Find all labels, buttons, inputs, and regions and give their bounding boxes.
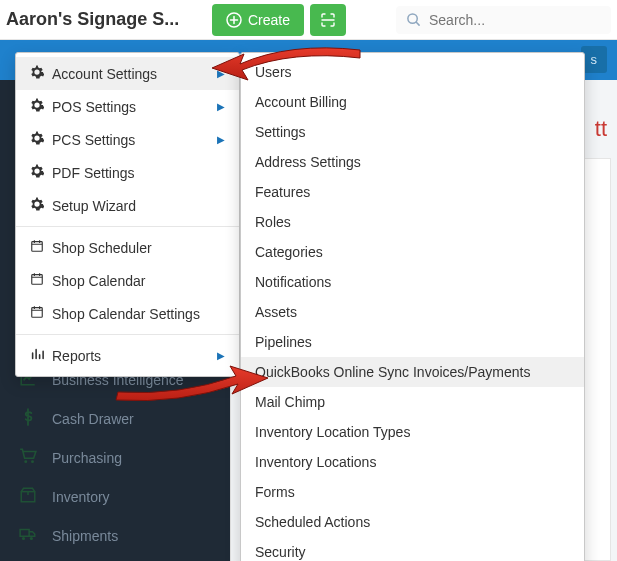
submenu-item-forms[interactable]: Forms [241,477,584,507]
plus-circle-icon [226,12,242,28]
topbar: Aaron's Signage S... Create [0,0,617,40]
gear-icon [30,131,44,148]
submenu-item-label: Mail Chimp [255,394,325,410]
submenu-item-label: Pipelines [255,334,312,350]
calendar-icon [30,305,44,322]
submenu-item-label: QuickBooks Online Sync Invoices/Payments [255,364,530,380]
menu-item-label: POS Settings [52,99,136,115]
menu-item-shop-calendar-settings[interactable]: Shop Calendar Settings [16,297,239,330]
bars-icon [30,347,44,364]
gear-icon [30,197,44,214]
chevron-right-icon: ▶ [217,134,225,145]
sidebar-item-inventory[interactable]: Inventory [0,477,230,516]
menu-item-label: PCS Settings [52,132,135,148]
menu-item-label: Account Settings [52,66,157,82]
submenu-item-label: Scheduled Actions [255,514,370,530]
submenu-item-account-billing[interactable]: Account Billing [241,87,584,117]
menu-item-label: Shop Calendar [52,273,145,289]
submenu-item-label: Inventory Locations [255,454,376,470]
sidebar-item-label: Cash Drawer [52,411,134,427]
submenu-item-categories[interactable]: Categories [241,237,584,267]
menu-item-label: Reports [52,348,101,364]
submenu-item-label: Security [255,544,306,560]
sidebar-item-cash-drawer[interactable]: Cash Drawer [0,399,230,438]
calendar-icon [30,272,44,289]
submenu-item-label: Assets [255,304,297,320]
submenu-item-pipelines[interactable]: Pipelines [241,327,584,357]
sidebar-item-label: Inventory [52,489,110,505]
menu-item-setup-wizard[interactable]: Setup Wizard [16,189,239,222]
submenu-item-roles[interactable]: Roles [241,207,584,237]
search-box[interactable] [396,6,611,34]
submenu-item-label: Notifications [255,274,331,290]
submenu-item-features[interactable]: Features [241,177,584,207]
create-button[interactable]: Create [212,4,304,36]
menu-item-label: PDF Settings [52,165,134,181]
sidebar-item-purchasing[interactable]: Purchasing [0,438,230,477]
menu-item-label: Shop Calendar Settings [52,306,200,322]
submenu-item-label: Account Billing [255,94,347,110]
gear-icon [30,65,44,82]
submenu-item-label: Inventory Location Types [255,424,410,440]
create-label: Create [248,12,290,28]
chevron-right-icon: ▶ [217,68,225,79]
menu-item-shop-calendar[interactable]: Shop Calendar [16,264,239,297]
submenu-item-label: Roles [255,214,291,230]
submenu-item-label: Address Settings [255,154,361,170]
submenu-item-assets[interactable]: Assets [241,297,584,327]
menu-item-label: Shop Scheduler [52,240,152,256]
search-input[interactable] [429,12,601,28]
submenu-item-notifications[interactable]: Notifications [241,267,584,297]
submenu-item-security[interactable]: Security [241,537,584,561]
cart-icon [18,447,38,468]
menu-separator [16,226,239,227]
settings-dropdown: Account Settings▶POS Settings▶PCS Settin… [15,52,240,377]
chevron-right-icon: ▶ [217,350,225,361]
dollar-icon [18,408,38,429]
menu-item-account-settings[interactable]: Account Settings▶ [16,57,239,90]
submenu-item-label: Features [255,184,310,200]
scan-button[interactable] [310,4,346,36]
submenu-item-label: Users [255,64,292,80]
menu-item-label: Setup Wizard [52,198,136,214]
submenu-item-label: Settings [255,124,306,140]
submenu-item-quickbooks-online-sync-invoices-payments[interactable]: QuickBooks Online Sync Invoices/Payments [241,357,584,387]
box-icon [18,486,38,507]
gear-icon [30,164,44,181]
search-icon [406,12,421,27]
submenu-item-scheduled-actions[interactable]: Scheduled Actions [241,507,584,537]
gear-icon [30,98,44,115]
submenu-item-label: Categories [255,244,323,260]
account-settings-submenu: UsersAccount BillingSettingsAddress Sett… [240,52,585,561]
scan-icon [320,12,336,28]
menu-item-pdf-settings[interactable]: PDF Settings [16,156,239,189]
submenu-item-users[interactable]: Users [241,57,584,87]
submenu-item-label: Forms [255,484,295,500]
submenu-item-settings[interactable]: Settings [241,117,584,147]
submenu-item-mail-chimp[interactable]: Mail Chimp [241,387,584,417]
menu-item-shop-scheduler[interactable]: Shop Scheduler [16,231,239,264]
menu-item-reports[interactable]: Reports▶ [16,339,239,372]
menu-item-pcs-settings[interactable]: PCS Settings▶ [16,123,239,156]
sidebar-item-label: Purchasing [52,450,122,466]
chevron-right-icon: ▶ [217,101,225,112]
page-title: tt [595,116,607,142]
menu-separator [16,334,239,335]
calendar-icon [30,239,44,256]
submenu-item-inventory-locations[interactable]: Inventory Locations [241,447,584,477]
submenu-item-address-settings[interactable]: Address Settings [241,147,584,177]
sidebar-item-shipments[interactable]: Shipments [0,516,230,555]
brand-title: Aaron's Signage S... [6,9,206,30]
truck-icon [18,525,38,546]
submenu-item-inventory-location-types[interactable]: Inventory Location Types [241,417,584,447]
menu-item-pos-settings[interactable]: POS Settings▶ [16,90,239,123]
sidebar-item-label: Shipments [52,528,118,544]
